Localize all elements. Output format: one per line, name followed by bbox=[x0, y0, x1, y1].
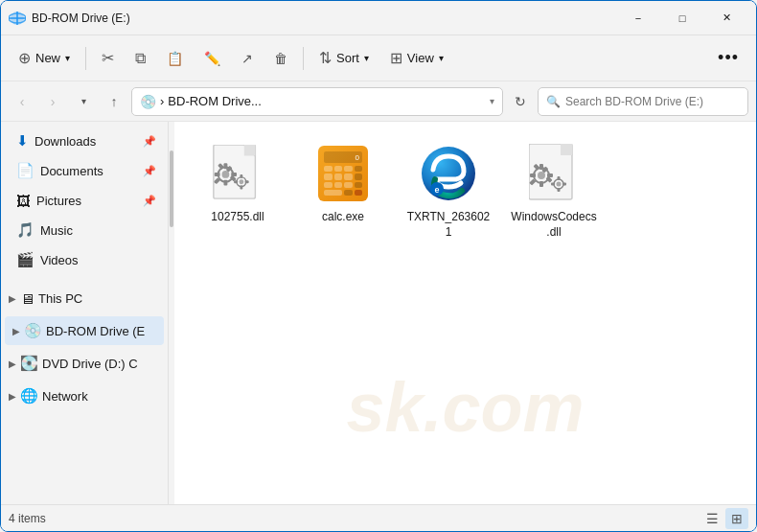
file-area: 102755.dll 0 bbox=[174, 122, 756, 504]
calc-key-2 bbox=[334, 166, 343, 172]
calc-key-7 bbox=[344, 173, 353, 179]
svg-point-7 bbox=[222, 171, 230, 178]
delete-button[interactable]: 🗑 bbox=[264, 41, 297, 76]
bd-rom-sidebar-label: BD-ROM Drive (E bbox=[46, 324, 145, 338]
more-icon: ••• bbox=[718, 48, 739, 68]
rename-button[interactable]: ✏️ bbox=[195, 41, 230, 76]
new-button[interactable]: ⊕ New ▾ bbox=[9, 41, 80, 76]
calc-key-15 bbox=[344, 190, 353, 196]
downloads-pin-icon: 📌 bbox=[143, 135, 156, 148]
file-item-102755dll[interactable]: 102755.dll bbox=[190, 137, 286, 245]
close-button[interactable]: ✕ bbox=[704, 4, 748, 33]
path-separator: › bbox=[160, 94, 164, 108]
calc-key-9 bbox=[324, 182, 333, 188]
downloads-icon: ⬇ bbox=[16, 132, 29, 150]
calc-key-1 bbox=[324, 166, 333, 172]
view-button[interactable]: ⊞ View ▾ bbox=[380, 41, 453, 76]
sidebar-item-videos[interactable]: 🎬 Videos bbox=[5, 245, 164, 274]
items-count: 4 items bbox=[9, 512, 46, 525]
toolbar-separator-2 bbox=[303, 47, 304, 70]
minimize-button[interactable]: − bbox=[616, 4, 660, 33]
list-view-button[interactable]: ☰ bbox=[700, 508, 723, 529]
share-icon: ↗ bbox=[241, 51, 253, 66]
sidebar-item-pictures[interactable]: 🖼 Pictures 📌 bbox=[5, 186, 164, 215]
window-icon bbox=[9, 10, 26, 27]
sidebar-group-bd-rom[interactable]: ▶ 💿 BD-ROM Drive (E bbox=[5, 316, 164, 345]
calc-key-6 bbox=[334, 173, 343, 179]
toolbar-separator-1 bbox=[85, 47, 86, 70]
maximize-button[interactable]: □ bbox=[660, 4, 704, 33]
svg-rect-11 bbox=[215, 173, 220, 176]
sidebar-group-dvd[interactable]: ▶ 💽 DVD Drive (D:) C bbox=[1, 349, 168, 378]
sidebar-group-network[interactable]: ▶ 🌐 Network bbox=[1, 382, 168, 410]
calc-key-11 bbox=[344, 182, 353, 188]
file-name-txrtn: TXRTN_2636021 bbox=[404, 210, 493, 240]
this-pc-expand-icon: ▶ bbox=[9, 293, 16, 304]
refresh-button[interactable]: ↻ bbox=[507, 88, 534, 115]
svg-rect-40 bbox=[558, 188, 561, 192]
network-icon: 🌐 bbox=[20, 387, 38, 405]
search-box[interactable]: 🔍 bbox=[538, 87, 748, 116]
file-item-calcexe[interactable]: 0 bbox=[295, 137, 391, 245]
paste-icon: 📋 bbox=[167, 51, 183, 66]
sidebar-item-downloads[interactable]: ⬇ Downloads 📌 bbox=[5, 127, 164, 155]
svg-marker-5 bbox=[244, 145, 256, 156]
svg-point-28 bbox=[538, 172, 545, 179]
svg-rect-30 bbox=[539, 181, 543, 187]
music-icon: 🎵 bbox=[16, 221, 34, 239]
file-item-wcodecs[interactable]: WindowsCodecs.dll bbox=[506, 137, 602, 245]
new-label: New bbox=[35, 51, 60, 65]
sidebar-group-this-pc[interactable]: ▶ 🖥 This PC bbox=[1, 284, 168, 312]
sidebar-music-label: Music bbox=[40, 223, 156, 238]
recent-button[interactable]: ▾ bbox=[70, 88, 97, 115]
sidebar-item-documents[interactable]: 📄 Documents 📌 bbox=[5, 156, 164, 185]
svg-marker-26 bbox=[561, 144, 572, 155]
calc-key-10 bbox=[334, 182, 343, 188]
calc-key-13 bbox=[324, 190, 342, 196]
rename-icon: ✏️ bbox=[204, 51, 220, 66]
forward-button[interactable]: › bbox=[39, 88, 66, 115]
svg-rect-20 bbox=[245, 180, 249, 183]
path-drive-icon: 💿 bbox=[140, 94, 156, 109]
calc-key-16 bbox=[355, 190, 363, 196]
sidebar-scrollbar-thumb[interactable] bbox=[170, 150, 173, 227]
file-icon-wcodecs bbox=[523, 143, 585, 204]
this-pc-label: This PC bbox=[38, 291, 82, 306]
pictures-pin-icon: 📌 bbox=[143, 195, 156, 207]
documents-icon: 📄 bbox=[16, 162, 34, 179]
cut-button[interactable]: ✂ bbox=[92, 41, 124, 76]
sidebar-pictures-label: Pictures bbox=[36, 194, 137, 208]
share-button[interactable]: ↗ bbox=[232, 41, 263, 76]
sort-button[interactable]: ⇅ Sort ▾ bbox=[310, 41, 378, 76]
svg-rect-19 bbox=[240, 186, 242, 190]
grid-view-button[interactable]: ⊞ bbox=[725, 508, 748, 529]
bd-rom-expand-icon: ▶ bbox=[12, 326, 20, 336]
sidebar-item-music[interactable]: 🎵 Music bbox=[5, 216, 164, 244]
documents-pin-icon: 📌 bbox=[143, 165, 156, 177]
file-item-txrtn[interactable]: e TXRTN_2636021 bbox=[401, 137, 496, 245]
dvd-icon: 💽 bbox=[20, 355, 38, 372]
search-input[interactable] bbox=[565, 95, 740, 108]
calc-key-5 bbox=[324, 173, 333, 179]
title-bar: BD-ROM Drive (E:) − □ ✕ bbox=[1, 1, 756, 35]
calc-keys bbox=[324, 166, 362, 196]
network-expand-icon: ▶ bbox=[9, 391, 16, 402]
more-button[interactable]: ••• bbox=[708, 41, 748, 76]
address-path[interactable]: 💿 › BD-ROM Drive... ▾ bbox=[131, 87, 503, 116]
paste-button[interactable]: 📋 bbox=[157, 41, 193, 76]
calc-display: 0 bbox=[324, 151, 362, 163]
file-icon-txrtn: e bbox=[418, 143, 479, 204]
copy-button[interactable]: ⧉ bbox=[126, 41, 155, 76]
calc-key-12 bbox=[355, 182, 363, 188]
svg-rect-21 bbox=[234, 180, 238, 183]
path-dropdown-icon: ▾ bbox=[490, 96, 494, 106]
back-button[interactable]: ‹ bbox=[9, 88, 35, 115]
calc-app-icon: 0 bbox=[318, 146, 368, 201]
up-button[interactable]: ↑ bbox=[101, 88, 127, 115]
svg-rect-29 bbox=[539, 164, 543, 170]
dvd-label: DVD Drive (D:) C bbox=[42, 357, 138, 371]
file-explorer-window: BD-ROM Drive (E:) − □ ✕ ⊕ New ▾ ✂ ⧉ 📋 ✏️… bbox=[0, 0, 757, 532]
svg-rect-18 bbox=[240, 174, 242, 178]
this-pc-icon: 🖥 bbox=[20, 290, 34, 307]
file-name-wcodecs: WindowsCodecs.dll bbox=[510, 210, 598, 240]
